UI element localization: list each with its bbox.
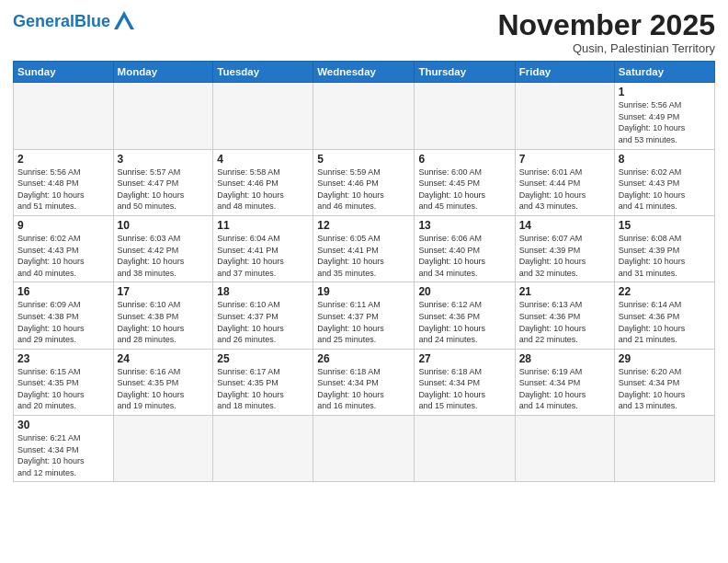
day-info: Sunrise: 6:12 AM Sunset: 4:36 PM Dayligh…	[418, 300, 485, 344]
logo-general: General	[13, 12, 74, 30]
day-info: Sunrise: 6:13 AM Sunset: 4:36 PM Dayligh…	[519, 300, 586, 344]
day-info: Sunrise: 6:11 AM Sunset: 4:37 PM Dayligh…	[317, 300, 384, 344]
day-info: Sunrise: 6:02 AM Sunset: 4:43 PM Dayligh…	[619, 167, 686, 212]
calendar-cell: 19Sunrise: 6:11 AM Sunset: 4:37 PM Dayli…	[313, 282, 415, 349]
day-number: 9	[17, 219, 109, 232]
day-number: 10	[118, 219, 210, 232]
calendar-cell: 8Sunrise: 6:02 AM Sunset: 4:43 PM Daylig…	[614, 149, 714, 215]
day-info: Sunrise: 5:57 AM Sunset: 4:47 PM Dayligh…	[118, 167, 185, 212]
calendar-cell: 9Sunrise: 6:02 AM Sunset: 4:43 PM Daylig…	[14, 215, 114, 282]
calendar-cell	[113, 416, 213, 482]
calendar-cell	[614, 416, 714, 482]
calendar-cell: 30Sunrise: 6:21 AM Sunset: 4:34 PM Dayli…	[14, 416, 114, 482]
calendar-cell: 22Sunrise: 6:14 AM Sunset: 4:36 PM Dayli…	[614, 282, 714, 349]
day-number: 21	[519, 285, 610, 298]
col-header-thursday: Thursday	[415, 62, 515, 83]
day-number: 17	[118, 285, 210, 298]
day-number: 14	[519, 219, 610, 232]
calendar-cell: 17Sunrise: 6:10 AM Sunset: 4:38 PM Dayli…	[113, 282, 213, 349]
day-info: Sunrise: 6:10 AM Sunset: 4:38 PM Dayligh…	[118, 300, 185, 344]
day-number: 5	[317, 153, 410, 166]
week-row-3: 16Sunrise: 6:09 AM Sunset: 4:38 PM Dayli…	[14, 282, 715, 349]
day-number: 26	[317, 352, 410, 365]
calendar-cell	[213, 416, 313, 482]
calendar-cell: 27Sunrise: 6:18 AM Sunset: 4:34 PM Dayli…	[415, 349, 515, 415]
col-header-friday: Friday	[515, 62, 614, 83]
calendar-cell	[415, 83, 515, 149]
day-info: Sunrise: 6:08 AM Sunset: 4:39 PM Dayligh…	[619, 234, 686, 278]
day-number: 22	[619, 285, 711, 298]
title-area: November 2025 Qusin, Palestinian Territo…	[497, 9, 715, 55]
calendar-cell: 26Sunrise: 6:18 AM Sunset: 4:34 PM Dayli…	[313, 349, 415, 415]
day-number: 16	[17, 285, 109, 298]
calendar-cell: 24Sunrise: 6:16 AM Sunset: 4:35 PM Dayli…	[113, 349, 213, 415]
logo-text: GeneralBlue	[13, 13, 110, 29]
day-number: 18	[217, 285, 309, 298]
day-info: Sunrise: 5:59 AM Sunset: 4:46 PM Dayligh…	[317, 167, 384, 212]
day-number: 30	[17, 419, 109, 431]
calendar-cell	[213, 83, 313, 149]
day-number: 28	[519, 352, 610, 365]
calendar-cell: 20Sunrise: 6:12 AM Sunset: 4:36 PM Dayli…	[415, 282, 515, 349]
col-header-wednesday: Wednesday	[313, 62, 415, 83]
day-number: 4	[217, 153, 309, 166]
day-info: Sunrise: 5:56 AM Sunset: 4:49 PM Dayligh…	[619, 100, 686, 144]
calendar-cell: 21Sunrise: 6:13 AM Sunset: 4:36 PM Dayli…	[515, 282, 614, 349]
calendar-cell: 2Sunrise: 5:56 AM Sunset: 4:48 PM Daylig…	[14, 149, 114, 215]
day-number: 8	[619, 153, 711, 166]
calendar-cell: 12Sunrise: 6:05 AM Sunset: 4:41 PM Dayli…	[313, 215, 415, 282]
day-number: 15	[619, 219, 711, 232]
header: GeneralBlue November 2025 Qusin, Palesti…	[13, 9, 715, 55]
day-info: Sunrise: 6:14 AM Sunset: 4:36 PM Dayligh…	[619, 300, 686, 344]
day-number: 1	[619, 86, 711, 98]
calendar-cell: 10Sunrise: 6:03 AM Sunset: 4:42 PM Dayli…	[113, 215, 213, 282]
calendar-cell: 11Sunrise: 6:04 AM Sunset: 4:41 PM Dayli…	[213, 215, 313, 282]
logo-icon	[114, 11, 134, 29]
day-number: 7	[519, 153, 610, 166]
calendar-cell	[14, 83, 114, 149]
day-info: Sunrise: 5:58 AM Sunset: 4:46 PM Dayligh…	[217, 167, 284, 212]
day-info: Sunrise: 6:19 AM Sunset: 4:34 PM Dayligh…	[519, 367, 586, 411]
col-header-monday: Monday	[113, 62, 213, 83]
month-title: November 2025	[497, 9, 715, 41]
week-row-2: 9Sunrise: 6:02 AM Sunset: 4:43 PM Daylig…	[14, 215, 715, 282]
day-info: Sunrise: 6:06 AM Sunset: 4:40 PM Dayligh…	[418, 234, 485, 278]
calendar-cell: 6Sunrise: 6:00 AM Sunset: 4:45 PM Daylig…	[415, 149, 515, 215]
calendar-cell	[313, 83, 415, 149]
day-info: Sunrise: 6:02 AM Sunset: 4:43 PM Dayligh…	[17, 234, 85, 278]
logo-blue: Blue	[74, 12, 110, 30]
calendar-cell: 29Sunrise: 6:20 AM Sunset: 4:34 PM Dayli…	[614, 349, 714, 415]
calendar-cell: 1Sunrise: 5:56 AM Sunset: 4:49 PM Daylig…	[614, 83, 714, 149]
day-number: 6	[418, 153, 510, 166]
day-info: Sunrise: 6:17 AM Sunset: 4:35 PM Dayligh…	[217, 367, 284, 411]
page: GeneralBlue November 2025 Qusin, Palesti…	[0, 0, 728, 563]
day-info: Sunrise: 6:10 AM Sunset: 4:37 PM Dayligh…	[217, 300, 284, 344]
day-info: Sunrise: 6:05 AM Sunset: 4:41 PM Dayligh…	[317, 234, 384, 278]
calendar-cell: 18Sunrise: 6:10 AM Sunset: 4:37 PM Dayli…	[213, 282, 313, 349]
week-row-1: 2Sunrise: 5:56 AM Sunset: 4:48 PM Daylig…	[14, 149, 715, 215]
day-number: 12	[317, 219, 410, 232]
day-info: Sunrise: 6:18 AM Sunset: 4:34 PM Dayligh…	[418, 367, 485, 411]
calendar-cell: 4Sunrise: 5:58 AM Sunset: 4:46 PM Daylig…	[213, 149, 313, 215]
calendar-cell: 14Sunrise: 6:07 AM Sunset: 4:39 PM Dayli…	[515, 215, 614, 282]
calendar-cell: 23Sunrise: 6:15 AM Sunset: 4:35 PM Dayli…	[14, 349, 114, 415]
day-info: Sunrise: 6:15 AM Sunset: 4:35 PM Dayligh…	[17, 367, 85, 411]
calendar-cell	[415, 416, 515, 482]
calendar-cell: 28Sunrise: 6:19 AM Sunset: 4:34 PM Dayli…	[515, 349, 614, 415]
calendar-cell: 13Sunrise: 6:06 AM Sunset: 4:40 PM Dayli…	[415, 215, 515, 282]
calendar: SundayMondayTuesdayWednesdayThursdayFrid…	[13, 61, 715, 482]
day-info: Sunrise: 6:20 AM Sunset: 4:34 PM Dayligh…	[619, 367, 686, 411]
calendar-cell: 5Sunrise: 5:59 AM Sunset: 4:46 PM Daylig…	[313, 149, 415, 215]
day-number: 13	[418, 219, 510, 232]
day-number: 19	[317, 285, 410, 298]
col-header-saturday: Saturday	[614, 62, 714, 83]
calendar-cell: 15Sunrise: 6:08 AM Sunset: 4:39 PM Dayli…	[614, 215, 714, 282]
calendar-cell: 7Sunrise: 6:01 AM Sunset: 4:44 PM Daylig…	[515, 149, 614, 215]
day-info: Sunrise: 6:01 AM Sunset: 4:44 PM Dayligh…	[519, 167, 586, 212]
day-info: Sunrise: 6:04 AM Sunset: 4:41 PM Dayligh…	[217, 234, 284, 278]
week-row-5: 30Sunrise: 6:21 AM Sunset: 4:34 PM Dayli…	[14, 416, 715, 482]
day-number: 29	[619, 352, 711, 365]
calendar-cell: 16Sunrise: 6:09 AM Sunset: 4:38 PM Dayli…	[14, 282, 114, 349]
calendar-cell: 3Sunrise: 5:57 AM Sunset: 4:47 PM Daylig…	[113, 149, 213, 215]
calendar-cell	[515, 416, 614, 482]
